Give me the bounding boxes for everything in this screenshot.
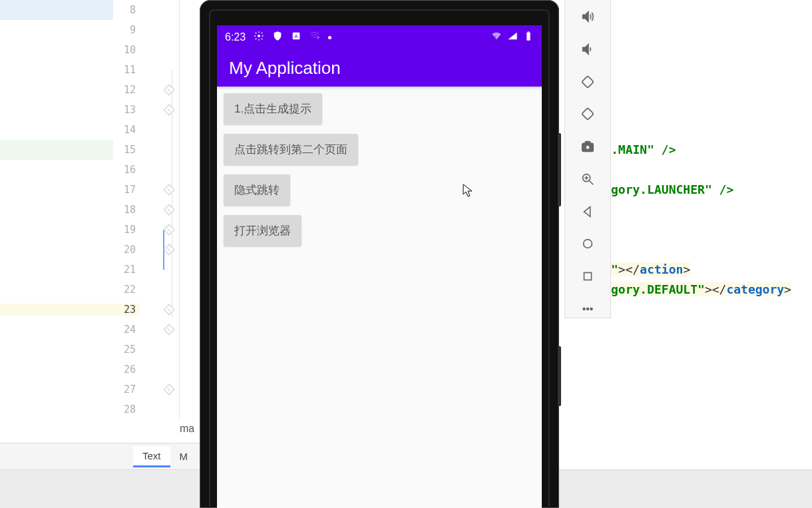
code-token: ></ bbox=[618, 262, 640, 276]
home-icon[interactable] bbox=[578, 235, 597, 253]
open-browser-button[interactable]: 打开浏览器 bbox=[224, 215, 302, 246]
app-body: 1.点击生成提示 点击跳转到第二个页面 隐式跳转 打开浏览器 bbox=[217, 87, 542, 253]
gutter-row[interactable]: 26 bbox=[0, 360, 179, 380]
gutter-row[interactable]: 21 bbox=[0, 260, 179, 280]
signal-icon bbox=[507, 31, 518, 44]
line-number: 10 bbox=[0, 44, 140, 56]
code-token: " bbox=[611, 262, 618, 276]
editor-view-tabs: Text M bbox=[0, 443, 206, 469]
square-a-icon: A bbox=[291, 31, 302, 44]
truncated-label: ma bbox=[180, 423, 194, 435]
volume-down-icon[interactable] bbox=[578, 41, 597, 59]
code-token: action bbox=[640, 262, 683, 276]
line-number: 20 bbox=[0, 244, 140, 256]
wifi-icon: x bbox=[491, 31, 502, 44]
gutter-row[interactable]: 22 bbox=[0, 280, 179, 300]
gutter-row[interactable]: 11 bbox=[0, 60, 179, 80]
svg-point-9 bbox=[584, 240, 592, 248]
back-icon[interactable] bbox=[578, 202, 597, 220]
rotate-left-icon[interactable] bbox=[578, 73, 597, 91]
code-token: .MAIN" /> bbox=[611, 142, 676, 156]
gutter-row[interactable]: 13 bbox=[0, 100, 179, 120]
code-token: ></ bbox=[705, 282, 727, 296]
device-screen[interactable]: 6:23 A ? x My Application 1.点击生成提示 bbox=[217, 25, 542, 508]
line-number: 25 bbox=[0, 344, 140, 356]
app-bar: My Application bbox=[217, 49, 542, 87]
fold-handle-icon[interactable] bbox=[164, 105, 175, 116]
more-icon[interactable] bbox=[578, 300, 597, 318]
code-token: gory.LAUNCHER" /> bbox=[611, 182, 733, 196]
wifi-question-icon: ? bbox=[309, 31, 320, 44]
gutter-row[interactable]: 9 bbox=[0, 20, 179, 40]
gutter-row[interactable]: 27 bbox=[0, 380, 179, 399]
gutter-row[interactable]: 8 bbox=[0, 0, 179, 20]
fold-handle-icon[interactable] bbox=[164, 324, 175, 336]
gutter-row[interactable]: 20 bbox=[0, 240, 179, 260]
fold-handle-icon[interactable] bbox=[164, 244, 175, 256]
fold-handle-icon[interactable] bbox=[164, 85, 175, 96]
gutter-row[interactable]: 23 bbox=[0, 300, 179, 320]
svg-text:?: ? bbox=[317, 36, 319, 40]
svg-rect-4 bbox=[585, 142, 590, 144]
line-number: 13 bbox=[0, 104, 140, 116]
code-token: > bbox=[784, 282, 791, 296]
line-number: 19 bbox=[0, 224, 140, 236]
rotate-right-icon[interactable] bbox=[578, 105, 597, 123]
mouse-cursor-icon bbox=[463, 184, 473, 197]
fold-handle-icon[interactable] bbox=[164, 224, 175, 236]
device-frame: 6:23 A ? x My Application 1.点击生成提示 bbox=[200, 0, 559, 508]
svg-point-13 bbox=[590, 308, 592, 310]
fold-handle-icon[interactable] bbox=[164, 184, 175, 196]
gutter-row[interactable]: 14 bbox=[0, 120, 179, 140]
line-number: 26 bbox=[0, 364, 140, 376]
line-number: 17 bbox=[0, 184, 140, 196]
gutter-row[interactable]: 10 bbox=[0, 40, 179, 60]
gutter-row[interactable]: 15 bbox=[0, 140, 179, 160]
code-token: gory.DEFAULT" bbox=[611, 282, 705, 296]
zoom-in-icon[interactable] bbox=[578, 170, 597, 188]
svg-point-12 bbox=[587, 308, 589, 310]
svg-rect-19 bbox=[526, 33, 530, 41]
fold-handle-icon[interactable] bbox=[164, 384, 175, 395]
svg-point-14 bbox=[258, 35, 260, 37]
overview-icon[interactable] bbox=[578, 268, 597, 286]
line-number: 9 bbox=[0, 24, 140, 36]
settings-icon bbox=[254, 31, 264, 44]
status-time: 6:23 bbox=[225, 31, 246, 43]
tab-text[interactable]: Text bbox=[133, 446, 170, 467]
fold-handle-icon[interactable] bbox=[164, 204, 175, 216]
tab-secondary[interactable]: M bbox=[170, 447, 198, 466]
implicit-intent-button[interactable]: 隐式跳转 bbox=[224, 174, 290, 206]
line-number: 11 bbox=[0, 64, 140, 76]
code-editor-peek[interactable]: .MAIN" /> gory.LAUNCHER" /> "></action> … bbox=[611, 0, 812, 469]
shield-icon bbox=[272, 31, 283, 44]
line-number: 22 bbox=[0, 284, 140, 296]
line-number: 24 bbox=[0, 324, 140, 336]
gutter-row[interactable]: 17 bbox=[0, 180, 179, 200]
line-number: 28 bbox=[0, 403, 140, 415]
app-title: My Application bbox=[229, 58, 341, 79]
line-number: 8 bbox=[0, 4, 140, 16]
dot-icon bbox=[328, 36, 331, 39]
gutter-row[interactable]: 24 bbox=[0, 320, 179, 340]
gutter-row[interactable]: 25 bbox=[0, 340, 179, 360]
gutter-row[interactable]: 16 bbox=[0, 160, 179, 180]
svg-line-6 bbox=[590, 181, 594, 185]
gutter-row[interactable]: 18 bbox=[0, 200, 179, 220]
line-number: 14 bbox=[0, 124, 140, 136]
line-number: 15 bbox=[0, 144, 140, 156]
emulator-device: 6:23 A ? x My Application 1.点击生成提示 bbox=[200, 0, 559, 508]
gutter-row[interactable]: 28 bbox=[0, 399, 179, 419]
device-side-button bbox=[558, 346, 561, 406]
generate-hint-button[interactable]: 1.点击生成提示 bbox=[224, 93, 322, 125]
fold-handle-icon[interactable] bbox=[164, 304, 175, 316]
volume-up-icon[interactable] bbox=[578, 8, 597, 26]
line-number: 23 bbox=[0, 304, 140, 316]
line-number: 12 bbox=[0, 84, 140, 96]
svg-rect-0 bbox=[582, 76, 594, 88]
goto-second-page-button[interactable]: 点击跳转到第二个页面 bbox=[224, 134, 358, 165]
camera-icon[interactable] bbox=[578, 138, 597, 156]
gutter-row[interactable]: 19 bbox=[0, 220, 179, 240]
svg-text:A: A bbox=[294, 33, 298, 39]
gutter-row[interactable]: 12 bbox=[0, 80, 179, 100]
